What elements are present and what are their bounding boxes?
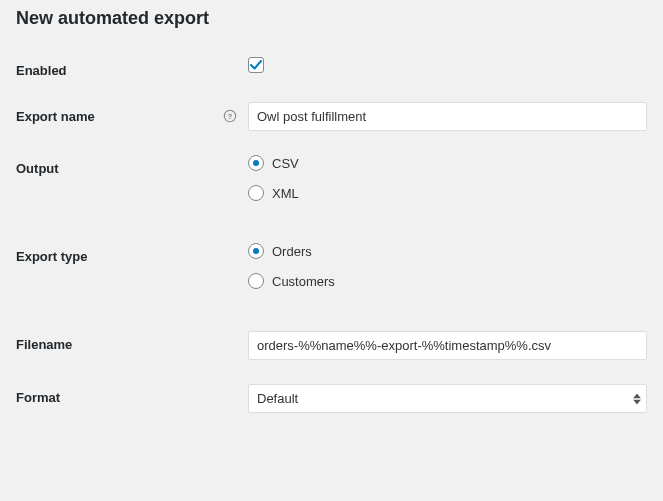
enabled-checkbox[interactable]	[248, 57, 264, 73]
export-type-radio-customers-label: Customers	[272, 274, 335, 289]
output-radio-csv-label: CSV	[272, 156, 299, 171]
enabled-label: Enabled	[16, 57, 248, 78]
filename-input[interactable]	[248, 331, 647, 360]
format-select[interactable]: Default	[248, 384, 647, 413]
output-label: Output	[16, 155, 248, 176]
export-type-radio-orders-label: Orders	[272, 244, 312, 259]
output-radio-csv[interactable]: CSV	[248, 155, 647, 171]
filename-label: Filename	[16, 331, 248, 352]
output-radio-xml[interactable]: XML	[248, 185, 647, 201]
check-icon	[249, 58, 263, 72]
page-title: New automated export	[16, 8, 647, 29]
export-name-input[interactable]	[248, 102, 647, 131]
help-icon[interactable]: ?	[222, 108, 238, 124]
export-name-label: Export name ?	[16, 102, 248, 124]
export-type-radio-orders[interactable]: Orders	[248, 243, 647, 259]
format-label: Format	[16, 384, 248, 405]
export-type-label: Export type	[16, 243, 248, 264]
output-radio-xml-label: XML	[272, 186, 299, 201]
export-type-radio-customers[interactable]: Customers	[248, 273, 647, 289]
svg-text:?: ?	[228, 112, 233, 121]
